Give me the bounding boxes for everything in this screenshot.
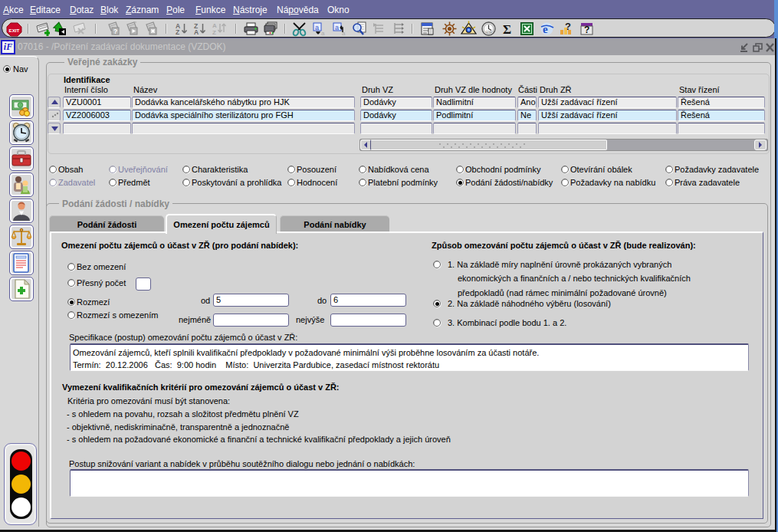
svg-text:a: a: [315, 24, 319, 31]
svg-text:A: A: [212, 22, 217, 29]
svg-text:Z: Z: [212, 29, 216, 36]
svg-text:1234: 1234: [486, 31, 492, 34]
svg-text:?: ?: [565, 21, 571, 32]
svg-text:A: A: [194, 28, 199, 36]
svg-text:a: a: [321, 30, 325, 36]
svg-text:Z: Z: [176, 28, 179, 36]
svg-text:e: e: [543, 23, 548, 35]
svg-text:a: a: [342, 30, 346, 36]
svg-text:Σ: Σ: [503, 22, 511, 36]
svg-text:a: a: [335, 24, 339, 31]
svg-text:EXIT: EXIT: [9, 28, 20, 33]
svg-text:?: ?: [113, 28, 117, 35]
svg-text:?: ?: [584, 25, 589, 35]
